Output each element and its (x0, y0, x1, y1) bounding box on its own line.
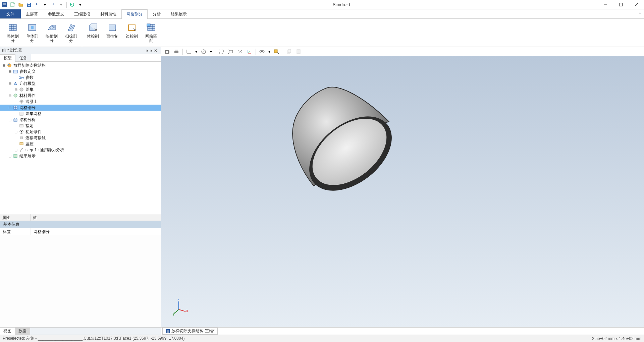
copy-icon[interactable] (285, 48, 293, 55)
btn-global-mesh[interactable]: 整体剖分 (5, 21, 21, 44)
tree-contact[interactable]: 连接与接触 (0, 135, 161, 141)
panel-close-icon[interactable]: ✕ (153, 48, 159, 54)
btn-body-control[interactable]: 体控制 (85, 21, 101, 40)
tree-param[interactable]: Xw参数 (0, 74, 161, 80)
minimize-button[interactable] (598, 0, 613, 9)
cut-icon (19, 87, 24, 92)
xw-icon: Xw (19, 75, 24, 80)
btn-single-mesh[interactable]: 单体剖分 (24, 21, 40, 44)
tree-chaji[interactable]: ⊞差集 (0, 87, 161, 93)
btn-mesh-match[interactable]: 网格匹配 (143, 21, 159, 44)
tree-mesh[interactable]: ⊟网格剖分 (0, 105, 161, 111)
svg-rect-29 (20, 142, 23, 145)
svg-rect-4 (28, 5, 30, 6)
viewport-tab[interactable]: 放样切除支撑结构-三维* (162, 328, 218, 335)
undo-menu-icon[interactable]: ▾ (42, 1, 48, 8)
tab-analysis[interactable]: 分析 (148, 9, 166, 18)
subtab-tasks[interactable]: 任务 (15, 54, 31, 61)
svg-text:z: z (177, 299, 179, 302)
tree-material[interactable]: ⊟材料属性 (0, 93, 161, 99)
property-header: 属性 值 (0, 214, 161, 221)
tree-param-def[interactable]: ⊟参数定义 (0, 68, 161, 74)
svg-rect-40 (274, 50, 277, 53)
param-icon (13, 69, 18, 74)
svg-rect-30 (14, 154, 17, 158)
tree-assign[interactable]: 指定 (0, 123, 161, 129)
prop-key: 标签 (0, 228, 31, 235)
maximize-button[interactable] (613, 0, 629, 9)
model-tree[interactable]: ⊟放样切除支撑结构 ⊟参数定义 Xw参数 ⊟几何模型 ⊞差集 ⊟材料属性 混凝土… (0, 62, 161, 214)
tree-root[interactable]: ⊟放样切除支撑结构 (0, 62, 161, 68)
prop-col-attr: 属性 (0, 214, 31, 221)
tree-monitor[interactable]: 监控 (0, 141, 161, 147)
prop-value: 网格剖分 (31, 228, 52, 235)
subtab-model[interactable]: 模型 (0, 54, 15, 61)
camera-icon[interactable] (163, 48, 171, 55)
undo-icon[interactable] (34, 1, 40, 8)
btn-map-mesh[interactable]: 映射剖分 (44, 21, 60, 44)
tab-results[interactable]: 结果展示 (166, 9, 192, 18)
tab-material[interactable]: 材料属性 (95, 9, 121, 18)
visibility-icon[interactable] (258, 48, 266, 55)
svg-rect-26 (20, 124, 23, 127)
forbid-icon[interactable] (200, 48, 208, 55)
open-icon[interactable] (17, 1, 24, 8)
app-icon[interactable] (1, 1, 8, 8)
assign-icon (19, 123, 24, 128)
tree-geom[interactable]: ⊟几何模型 (0, 80, 161, 87)
dropdown-icon[interactable]: ▾ (194, 48, 198, 55)
prop-row-label[interactable]: 标签 网格剖分 (0, 228, 161, 235)
ic-icon (19, 129, 24, 134)
tab-modeling[interactable]: 三维建模 (69, 9, 95, 18)
btn-face-control[interactable]: 面控制 (104, 21, 120, 40)
tree-ic[interactable]: ⊞初始条件 (0, 129, 161, 135)
svg-rect-6 (9, 24, 16, 31)
status-right: 2.5e+02 mm x 1.4e+02 mm (592, 336, 641, 341)
btn-edge-control[interactable]: 边控制 (124, 21, 140, 40)
bottom-tab-view[interactable]: 视图 (0, 328, 15, 335)
viewport-3d[interactable]: x y z (161, 56, 644, 327)
tree-struct[interactable]: ⊟结构分析 (0, 117, 161, 123)
svg-rect-36 (219, 50, 223, 53)
status-left: Preselected: 差集 - ____________________.C… (3, 336, 184, 341)
panel-title: 组合浏览器 (2, 48, 147, 53)
panel-pin-icon[interactable]: ⏵⏵ (147, 48, 153, 54)
axis-icon[interactable] (185, 48, 193, 55)
save-icon[interactable] (25, 1, 32, 8)
panel-header: 组合浏览器 ⏵⏵ ✕ (0, 47, 161, 54)
ribbon: 整体剖分 单体剖分 映射剖分 扫掠剖分 体控制 面控制 边控制 网格匹配 (0, 19, 644, 47)
refresh-menu-icon[interactable]: ▾ (77, 1, 84, 8)
refresh-icon[interactable] (69, 1, 75, 8)
paste-icon[interactable] (294, 48, 303, 55)
dropdown-icon[interactable]: ▾ (209, 48, 213, 55)
redo-menu-icon[interactable]: ▾ (58, 1, 64, 8)
tab-home[interactable]: 主屏幕 (21, 9, 43, 18)
print-icon[interactable] (172, 48, 180, 55)
step-icon (19, 147, 24, 153)
redo-icon[interactable] (50, 1, 56, 8)
tree-step[interactable]: ⊞step-1 : 通用静力分析 (0, 147, 161, 153)
submesh-icon (19, 111, 24, 116)
tree-concrete[interactable]: 混凝土 (0, 99, 161, 105)
geometry-icon (13, 81, 18, 86)
close-button[interactable] (629, 0, 644, 9)
tree-chaji-mesh[interactable]: 差集网格 (0, 111, 161, 117)
tab-param[interactable]: 参数定义 (43, 9, 69, 18)
new-icon[interactable] (9, 1, 16, 8)
ribbon-collapse-icon[interactable]: ⌃ (636, 9, 644, 18)
tab-mesh[interactable]: 网格剖分 (121, 9, 148, 18)
svg-rect-34 (175, 50, 178, 51)
bottom-tab-data[interactable]: 数据 (15, 328, 30, 335)
tab-file[interactable]: 文件 (0, 9, 21, 18)
dropdown-icon[interactable]: ▾ (267, 48, 271, 55)
zoom-sel-icon[interactable] (236, 48, 244, 55)
prop-col-val: 值 (31, 214, 39, 221)
axis-triad-icon: x y z (173, 299, 189, 316)
svg-rect-13 (128, 25, 135, 31)
zoom-box-icon[interactable] (217, 48, 225, 55)
triad-icon[interactable] (246, 48, 254, 55)
select-icon[interactable] (273, 48, 281, 55)
fit-icon[interactable] (227, 48, 235, 55)
tree-result[interactable]: ⊞结果展示 (0, 153, 161, 159)
btn-sweep-mesh[interactable]: 扫掠剖分 (63, 21, 79, 44)
